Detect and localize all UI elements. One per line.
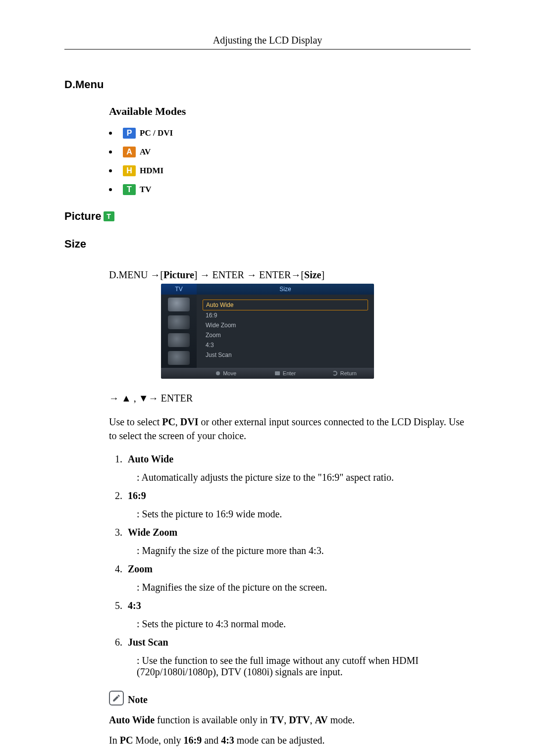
note1-av: AV [315,714,327,725]
note1-autowide: Auto Wide [109,714,155,725]
note2-pc: PC [120,735,133,746]
osd-footer: Move Enter Return [161,368,374,379]
heading-available-modes: Available Modes [109,105,471,118]
menu-path: D.MENU →[Picture] → ENTER → ENTER→[Size] [109,269,471,281]
option-4-3: 4:3 : Sets the picture to 4:3 normal mod… [125,600,471,630]
mode-label: AV [140,147,151,157]
osd-side-item-icon [168,298,190,311]
note1-sep: , [310,714,315,725]
osd-item: 16:9 [203,310,368,320]
option-just-scan: Just Scan : Use the function to see the … [125,637,471,678]
heading-picture: Picture T [64,210,471,223]
intro-dvi: DVI [180,416,199,427]
intro-comma: , [175,416,180,427]
osd-body: Auto Wide 16:9 Wide Zoom Zoom 4:3 Just S… [161,295,374,368]
note-header: Note [109,691,471,706]
t-icon: T [104,211,114,221]
note-line-2: In PC Mode, only 16:9 and 4:3 mode can b… [109,735,471,746]
option-desc: : Use the function to see the full image… [137,655,471,678]
modes-list: P PC / DVI A AV H HDMI T TV [109,128,471,195]
option-auto-wide: Auto Wide : Automatically adjusts the pi… [125,454,471,483]
mode-hdmi: H HDMI [109,165,471,176]
mode-pc-dvi: P PC / DVI [109,128,471,139]
intro-text: Use to select [109,416,162,427]
intro-paragraph: Use to select PC, DVI or other external … [109,415,471,443]
option-name: 4:3 [128,600,141,611]
path-mid: ] → ENTER → ENTER→[ [194,269,304,280]
osd-foot-move: Move [197,370,256,376]
t-icon: T [123,184,136,195]
option-16-9: 16:9 : Sets the picture to 16:9 wide mod… [125,490,471,520]
osd-foot-return: Return [315,370,374,376]
osd-header-right: Size [197,284,374,295]
mode-label: HDMI [140,166,163,176]
note2-43: 4:3 [221,735,234,746]
option-name: Auto Wide [128,454,173,464]
h-icon: H [123,165,136,176]
bullet-icon [109,151,112,153]
size-options-list: Auto Wide : Automatically adjusts the pi… [125,454,471,678]
osd-item: Just Scan [203,350,368,360]
osd-item: 4:3 [203,340,368,350]
mode-tv: T TV [109,184,471,195]
option-name: 16:9 [128,490,146,501]
note2-text: and [202,735,221,746]
heading-picture-text: Picture [64,210,102,223]
option-name: Wide Zoom [128,527,177,538]
top-rule [64,49,471,50]
option-desc: : Sets the picture to 16:9 wide mode. [137,508,471,520]
note1-dtv: DTV [289,714,310,725]
mode-label: TV [140,185,152,195]
running-head: Adjusting the LCD Display [64,35,471,46]
note2-text: In [109,735,120,746]
option-name: Zoom [128,563,153,574]
osd-screenshot: TV Size Auto Wide 16:9 Wide Zoom Zoom 4:… [161,284,374,379]
note1-tail: mode. [328,714,355,725]
osd-foot-return-label: Return [340,370,357,376]
option-zoom: Zoom : Magnifies the size of the picture… [125,563,471,593]
osd-foot-enter: Enter [256,370,315,376]
pencil-icon [112,694,121,703]
option-name: Just Scan [128,637,168,648]
heading-size: Size [64,238,471,251]
note1-tv: TV [270,714,284,725]
heading-dmenu: D.Menu [64,78,471,91]
osd-header-left: TV [161,284,197,295]
option-wide-zoom: Wide Zoom : Magnify the size of the pict… [125,527,471,556]
osd-item: Wide Zoom [203,320,368,330]
mode-label: PC / DVI [140,128,173,138]
path-size: Size [304,269,321,280]
note2-169: 16:9 [184,735,202,746]
dot-icon [216,371,220,375]
path-prefix: D.MENU →[ [109,269,163,280]
option-desc: : Sets the picture to 4:3 normal mode. [137,618,471,630]
mode-av: A AV [109,147,471,157]
intro-pc: PC [162,416,175,427]
note1-text: function is available only in [155,714,270,725]
path-picture: Picture [163,269,194,280]
osd-sidebar [161,295,197,368]
option-desc: : Magnifies the size of the picture on t… [137,582,471,593]
bullet-icon [109,169,112,172]
note-icon [109,691,124,706]
osd-side-item-icon [168,333,190,347]
p-icon: P [123,128,136,139]
return-icon [332,371,337,376]
bullet-icon [109,188,112,191]
nav-keys-line: → ▲ , ▼→ ENTER [109,393,471,404]
note-line-1: Auto Wide function is available only in … [109,714,471,726]
osd-foot-move-label: Move [223,370,236,376]
option-desc: : Automatically adjusts the picture size… [137,472,471,483]
osd-size-list: Auto Wide 16:9 Wide Zoom Zoom 4:3 Just S… [197,295,374,368]
osd-header: TV Size [161,284,374,295]
note1-sep: , [284,714,289,725]
a-icon: A [123,147,136,157]
osd-item: Zoom [203,330,368,340]
enter-icon [275,371,280,375]
option-desc: : Magnify the size of the picture more t… [137,545,471,556]
path-suffix: ] [321,269,324,280]
bullet-icon [109,132,112,135]
note2-tail: mode can be adjusted. [234,735,325,746]
note-label: Note [128,694,148,706]
osd-side-item-icon [168,351,190,365]
